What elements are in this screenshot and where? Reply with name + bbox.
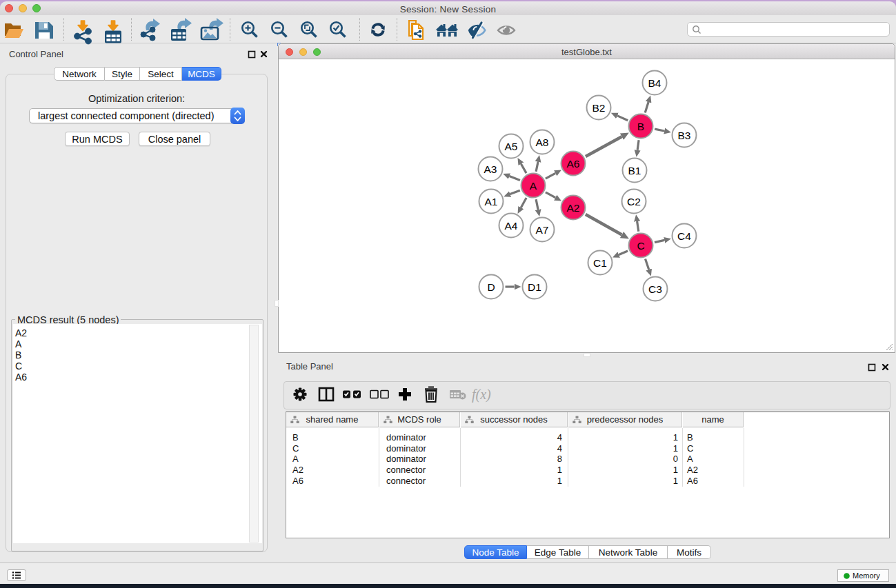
svg-text:A3: A3 <box>484 163 497 175</box>
svg-text:B3: B3 <box>678 130 691 141</box>
svg-text:A5: A5 <box>505 141 518 152</box>
svg-text:B4: B4 <box>648 77 661 89</box>
svg-text:C3: C3 <box>648 283 662 295</box>
svg-text:C1: C1 <box>593 257 607 269</box>
svg-text:A8: A8 <box>536 136 549 148</box>
svg-text:C: C <box>637 240 644 252</box>
svg-text:A1: A1 <box>485 196 498 207</box>
svg-text:D1: D1 <box>528 281 541 293</box>
svg-text:C2: C2 <box>627 196 641 207</box>
svg-text:A7: A7 <box>536 224 549 236</box>
svg-text:f(x): f(x) <box>472 387 491 403</box>
svg-text:D: D <box>487 281 495 293</box>
svg-text:A2: A2 <box>567 202 580 214</box>
svg-text:A4: A4 <box>505 220 518 232</box>
svg-text:B: B <box>637 121 644 132</box>
svg-text:B1: B1 <box>628 165 641 176</box>
svg-text:C4: C4 <box>677 230 691 242</box>
svg-text:A6: A6 <box>567 158 580 170</box>
svg-text:A: A <box>530 180 537 192</box>
svg-text:B2: B2 <box>593 102 606 114</box>
